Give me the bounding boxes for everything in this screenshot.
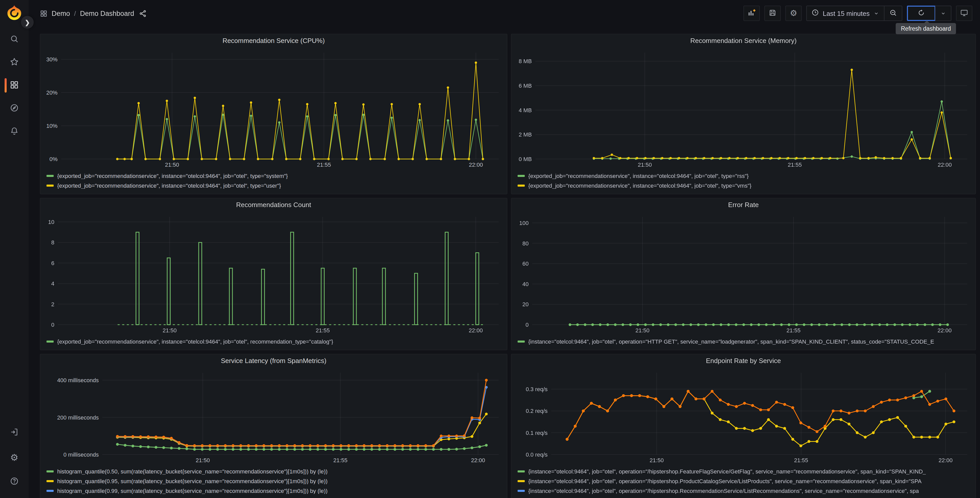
panel-title[interactable]: Error Rate [511,198,975,212]
svg-text:30%: 30% [46,56,57,63]
legend-item[interactable]: histogram_quantile(0.95, sum(rate(latenc… [46,476,504,486]
panel-title[interactable]: Recommendation Service (CPU%) [40,34,507,48]
svg-text:21:50: 21:50 [650,457,664,463]
svg-text:0 MB: 0 MB [519,156,531,162]
legend-label: {instance="otelcol:9464", job="otel", op… [528,478,921,484]
svg-text:0.1 req/s: 0.1 req/s [526,430,548,436]
recommendations-count-chart-canvas[interactable]: 21:5021:5522:000246810 [43,212,504,335]
recommendations-count-chart: 21:5021:5522:000246810 [43,212,504,335]
panel-memory: Recommendation Service (Memory) 21:5021:… [511,34,976,194]
svg-text:21:55: 21:55 [317,161,331,168]
sidebar-item-dashboards[interactable] [0,76,29,94]
legend-item[interactable]: {instance="otelcol:9464", job="otel", op… [518,476,972,486]
error-rate-chart-canvas[interactable]: 21:5021:5522:00020406080100 [514,212,972,335]
svg-text:21:55: 21:55 [794,457,808,463]
error-rate-chart: 21:5021:5522:00020406080100 [514,212,972,335]
legend-item[interactable]: {exported_job="recommendationservice", i… [518,171,972,180]
service-latency-chart: 21:5021:5522:000 milliseconds200 millise… [43,368,504,465]
expand-sidebar-button[interactable]: ❯ [21,16,34,29]
grafana-logo[interactable] [6,4,23,21]
add-panel-icon [747,8,756,19]
svg-text:80: 80 [522,240,528,247]
refresh-interval-dropdown[interactable] [935,6,951,21]
breadcrumb-separator: / [74,10,76,17]
svg-text:21:50: 21:50 [165,161,179,168]
svg-text:21:50: 21:50 [638,161,652,168]
time-range-picker[interactable]: Last 15 minutes [807,6,884,21]
svg-text:22:00: 22:00 [939,457,953,463]
svg-text:21:50: 21:50 [635,327,649,334]
star-icon [10,57,19,68]
share-icon[interactable] [139,10,147,17]
breadcrumb-page[interactable]: Demo Dashboard [80,10,134,17]
tv-mode-button[interactable] [956,6,972,21]
panel-title[interactable]: Recommendation Service (Memory) [511,34,975,48]
gear-icon: ⚙ [790,9,797,18]
zoom-out-button[interactable] [884,6,902,21]
legend: {instance="otelcol:9464", job="otel", op… [511,465,975,498]
legend-item[interactable]: {instance="otelcol:9464", job="otel", op… [518,466,972,476]
zoom-out-icon [889,8,897,18]
legend-label: {exported_job="recommendationservice", i… [57,182,281,188]
legend-label: histogram_quantile(0.99, sum(rate(latenc… [57,487,328,494]
legend-item[interactable]: {exported_job="recommendationservice", i… [46,180,504,190]
sidebar-item-starred[interactable] [0,53,29,72]
save-dashboard-button[interactable] [764,6,781,21]
svg-text:10: 10 [48,219,54,225]
panel-title[interactable]: Service Latency (from SpanMetrics) [40,354,507,368]
memory-chart-canvas[interactable]: 21:5021:5522:000 MB2 MB4 MB6 MB8 MB [514,48,972,169]
breadcrumb-section[interactable]: Demo [52,10,70,17]
endpoint-rate-chart-canvas[interactable]: 21:5021:5522:000.0 req/s0.1 req/s0.2 req… [514,368,972,465]
legend-item[interactable]: {instance="otelcol:9464", job="otel", op… [518,337,972,346]
sidebar-item-settings[interactable]: ⚙ [0,449,29,467]
legend-item[interactable]: {instance="otelcol:9464", job="otel", op… [518,486,972,495]
svg-text:10%: 10% [46,123,57,129]
legend-item[interactable]: {exported_job="recommendationservice", i… [46,337,504,346]
panel-title[interactable]: Recommendations Count [40,198,507,212]
sidebar-item-search[interactable] [0,30,29,49]
svg-text:0.2 req/s: 0.2 req/s [526,408,548,414]
service-latency-chart-canvas[interactable]: 21:5021:5522:000 milliseconds200 millise… [43,368,504,465]
sidebar-item-explore[interactable] [0,99,29,118]
sidebar-item-alerting[interactable] [0,122,29,140]
time-range-label: Last 15 minutes [822,10,870,17]
legend-swatch [518,184,525,186]
sign-in-icon [10,427,19,438]
svg-text:2 MB: 2 MB [519,131,531,138]
legend-item[interactable]: {instance="otelcol:9464", job="otel", op… [518,495,972,498]
legend-swatch [518,470,525,472]
svg-text:4 MB: 4 MB [519,107,531,113]
legend-item[interactable]: histogram_quantile(0.99, sum(rate(latenc… [46,486,504,495]
svg-text:0%: 0% [49,156,57,162]
svg-text:6: 6 [51,260,54,267]
sidebar-item-sign-in[interactable] [0,423,29,442]
svg-text:6 MB: 6 MB [519,83,531,89]
legend-item[interactable]: histogram_quantile(0.999, sum(rate(laten… [46,495,504,498]
legend-swatch [518,480,525,482]
refresh-tooltip: Refresh dashboard [896,23,956,34]
svg-text:2: 2 [51,301,54,308]
svg-text:400 milliseconds: 400 milliseconds [57,377,99,383]
dashboards-grid-icon [10,80,19,91]
legend-swatch [46,480,54,482]
svg-text:21:50: 21:50 [196,457,210,463]
cpu-chart-canvas[interactable]: 21:5021:5522:000%10%20%30% [43,48,504,169]
svg-text:22:00: 22:00 [471,457,485,463]
add-panel-button[interactable] [743,6,760,21]
legend-item[interactable]: {exported_job="recommendationservice", i… [46,171,504,180]
legend-label: histogram_quantile(0.50, sum(rate(latenc… [57,468,328,474]
legend-item[interactable]: histogram_quantile(0.50, sum(rate(latenc… [46,466,504,476]
svg-text:22:00: 22:00 [469,161,483,168]
svg-text:22:00: 22:00 [938,327,951,334]
time-picker-group: Last 15 minutes [806,6,902,21]
panel-endpoint-rate: Endpoint Rate by Service 21:5021:5522:00… [511,354,976,498]
dashboard-settings-button[interactable]: ⚙ [785,6,802,21]
sidebar-item-help[interactable] [0,472,29,491]
svg-text:200 milliseconds: 200 milliseconds [57,414,99,421]
sidebar: ❯ [0,0,29,498]
panel-title[interactable]: Endpoint Rate by Service [511,354,975,368]
legend-item[interactable]: {exported_job="recommendationservice", i… [518,180,972,190]
svg-text:21:55: 21:55 [786,327,800,334]
svg-text:20: 20 [522,301,528,308]
refresh-button[interactable] [907,6,935,21]
